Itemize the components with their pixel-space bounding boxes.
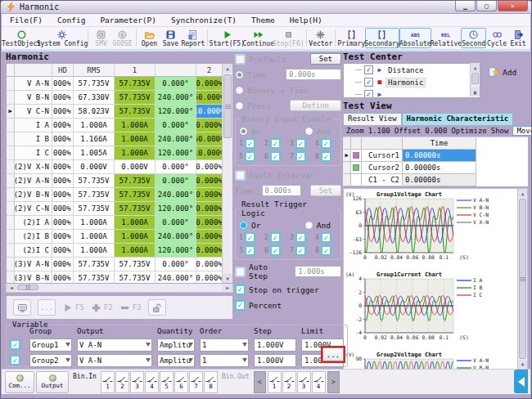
bin-out-next-button[interactable]: > [327, 371, 340, 393]
cell-rms[interactable]: 1.000A [74, 119, 115, 132]
fault-set-button[interactable]: Set [310, 185, 341, 196]
cell-rms[interactable]: 1.000A [74, 244, 115, 258]
cell-phase[interactable]: 240.000° [156, 188, 196, 202]
table-horizontal-scrollbar[interactable]: ◀ ▶ [6, 284, 233, 293]
bie-and-radio[interactable] [304, 127, 313, 136]
cell-magnitude[interactable]: 1.000A [115, 146, 156, 160]
row-name[interactable]: V B-N [15, 91, 52, 105]
rtl-checkbox-1[interactable]: ✓ [245, 232, 255, 243]
toolbar-button-exit[interactable]: Exit [507, 27, 529, 49]
bie-checkbox-2[interactable]: ✓ [270, 138, 281, 149]
cell-rms[interactable]: 58.023V [74, 105, 115, 119]
time-radio[interactable] [235, 70, 244, 79]
cell-hd[interactable]: 000% [52, 244, 74, 258]
bie-checkbox-6[interactable]: ✓ [270, 151, 281, 162]
tree-scroll-up-icon[interactable]: ▲ [471, 63, 480, 72]
scrollbar-thumb[interactable] [223, 74, 232, 138]
rtl-checkbox-4[interactable]: ✓ [321, 232, 331, 243]
toolbar-button-goose[interactable]: GGOOSE [112, 27, 133, 49]
tree-item-distance[interactable]: ✓▶Distance [344, 64, 480, 76]
cell-hd[interactable]: 000% [52, 105, 74, 119]
cell-percent[interactable]: 0.000% [196, 271, 223, 284]
collapse-panel-button[interactable] [514, 370, 528, 393]
cell-magnitude[interactable]: 1.000A [115, 230, 156, 244]
cell-percent[interactable]: 0.000% [196, 230, 223, 244]
cell-percent[interactable]: 0.000% [196, 202, 223, 216]
cell-percent[interactable]: 0.000% [196, 216, 223, 230]
cursor-time-value[interactable]: 0.00000s [403, 150, 476, 162]
bin-in-switch-5[interactable]: 5 [160, 371, 174, 393]
cell-hd[interactable]: 000% [52, 188, 74, 202]
prefault-set-button[interactable]: Set [310, 53, 341, 65]
bin-out-switch-4[interactable]: 4 [312, 371, 326, 393]
percent-checkbox[interactable]: ✓ [235, 300, 246, 311]
cell-rms[interactable]: 67.330V [74, 91, 115, 105]
cell-magnitude[interactable]: 57.735V [115, 202, 156, 216]
cell-rms[interactable]: 57.735V [74, 202, 115, 216]
rtl-checkbox-2[interactable]: ✓ [270, 232, 281, 243]
rtl-checkbox-7[interactable]: ✓ [295, 245, 306, 256]
row-name[interactable]: V C-N [15, 105, 52, 119]
tab-harmonic-characteristic[interactable]: Harmonic Characteristic [402, 113, 514, 125]
bie-checkbox-8[interactable]: ✓ [321, 151, 331, 162]
cell-hd[interactable]: 000% [52, 216, 74, 230]
cell-phase[interactable]: 0.000° [156, 216, 196, 230]
cell-rms[interactable]: 1.000A [74, 216, 115, 230]
auto-step-field[interactable]: 1.000s [295, 266, 341, 277]
toolbar-button-start-f5[interactable]: Start(F5) [210, 27, 243, 49]
menu-item-theme[interactable]: Theme [251, 16, 275, 25]
tab-result-view[interactable]: Result View [343, 113, 402, 125]
cell-hd[interactable]: 000% [52, 77, 74, 91]
time-field[interactable]: 0.000s [286, 69, 341, 80]
row-name[interactable]: (2)V X-N [15, 160, 52, 174]
toolbar-button-system-config[interactable]: System Config [39, 27, 85, 49]
cell-phase[interactable]: 240.000° [156, 230, 196, 244]
cell-hd[interactable]: 000% [52, 271, 74, 284]
tree-item-harmonic[interactable]: ✓■Harmonic [344, 76, 480, 88]
cell-rms[interactable]: 1.005A [74, 146, 115, 160]
order-select[interactable]: 1 [200, 354, 249, 367]
toolbar-button-testobject[interactable]: TestObject [3, 27, 39, 49]
tree-item-partial[interactable]: ✓▶ [344, 88, 480, 98]
tree-checkbox[interactable]: ✓ [364, 65, 373, 74]
rtl-or-radio[interactable] [239, 221, 248, 230]
auto-step-checkbox[interactable]: ✓ [235, 267, 246, 277]
toolbar-button-smv[interactable]: SMV [91, 27, 112, 49]
cell-hd[interactable]: 000% [52, 258, 74, 271]
define-button[interactable]: Define [290, 100, 341, 111]
cell-percent[interactable]: 0.000% [196, 119, 223, 132]
toolbar-button-second[interactable]: Second [461, 28, 486, 48]
bin-out-switch-2[interactable]: 2 [282, 371, 296, 393]
cell-rms[interactable]: 57.735V [74, 271, 115, 284]
cell-hd[interactable]: 000% [52, 146, 74, 160]
cell-rms[interactable]: 0.000V [74, 160, 115, 174]
cell-phase[interactable]: 120.000° [156, 146, 196, 160]
bie-checkbox-1[interactable]: ✓ [245, 138, 255, 149]
run-f5-button[interactable]: F5 [62, 303, 84, 313]
zoom-value[interactable]: 1.100 [368, 127, 390, 135]
cell-hd[interactable]: 000% [52, 174, 74, 188]
add-f2-button[interactable]: F2 [91, 303, 113, 313]
toolbar-button-open[interactable]: Open [138, 27, 160, 49]
group-select[interactable]: Group1 [29, 338, 72, 352]
show-button[interactable]: Show [491, 127, 509, 135]
cell-hd[interactable]: 000% [52, 230, 74, 244]
cell-magnitude[interactable]: 1.000A [115, 216, 156, 230]
scroll-right-icon[interactable]: ▶ [223, 284, 232, 291]
charts-scroll-down-icon[interactable]: ▼ [518, 360, 527, 369]
cell-hd[interactable]: 000% [52, 202, 74, 216]
bin-in-switch-3[interactable]: 3 [130, 371, 144, 393]
cell-percent[interactable]: 10.000% [196, 146, 223, 160]
cursor-time-value[interactable]: 0.00000s [403, 174, 476, 186]
cell-phase[interactable]: 0.000° [156, 174, 196, 188]
bin-out-switch-1[interactable]: 1 [268, 371, 282, 393]
cell-percent[interactable]: 0.000% [196, 77, 223, 91]
minimize-button[interactable]: ▁ [455, 1, 476, 11]
tree-checkbox[interactable]: ✓ [364, 90, 373, 98]
cell-rms[interactable]: 57.735V [74, 77, 115, 91]
menu-item-parameter-p[interactable]: Parameter(P) [100, 16, 156, 25]
cell-magnitude[interactable]: 1.000A [115, 132, 156, 146]
row-name[interactable]: (3)V A-N [15, 258, 52, 271]
cell-magnitude[interactable]: 57.735V [115, 105, 156, 119]
cell-phase[interactable]: 0.000° [156, 77, 196, 91]
